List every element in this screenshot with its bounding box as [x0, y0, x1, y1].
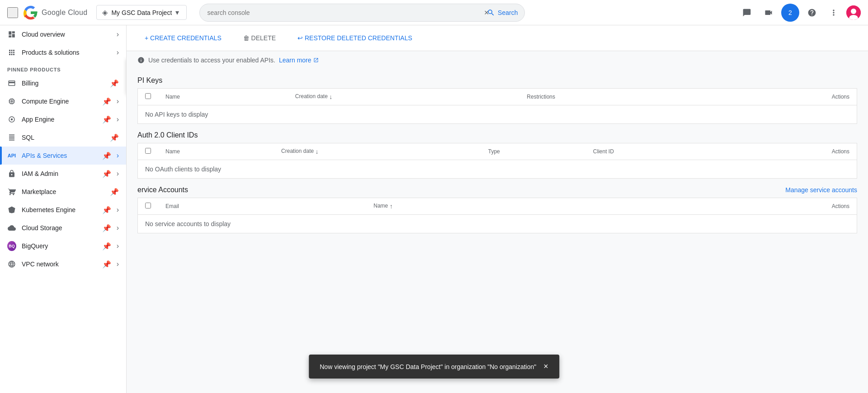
iam-admin-pin: 📌 — [102, 170, 111, 178]
kubernetes-engine-label: Kubernetes Engine — [22, 206, 97, 213]
api-keys-title: PI Keys — [137, 69, 857, 88]
learn-more-link[interactable]: Learn more — [279, 57, 319, 64]
sa-checkbox-all[interactable] — [145, 203, 151, 208]
kubernetes-icon — [7, 205, 16, 214]
sql-icon — [7, 133, 16, 142]
app-engine-pin: 📌 — [102, 115, 111, 124]
app-engine-icon — [7, 115, 16, 124]
apis-services-label: APIs & Services — [22, 152, 97, 159]
compute-engine-label: Compute Engine — [22, 98, 97, 105]
service-accounts-table: Email Name ↑ Actions No service accounts… — [137, 198, 857, 233]
restore-deleted-button[interactable]: ↩ RESTORE DELETED CREDENTIALS — [290, 31, 420, 45]
cloud-overview-label: Cloud overview — [22, 31, 111, 38]
manage-service-accounts-link[interactable]: Manage service accounts — [785, 186, 857, 194]
sa-empty-message: No service accounts to display — [138, 215, 857, 233]
project-selector[interactable]: ◈ My GSC Data Project ▾ — [96, 5, 187, 20]
cloud-storage-pin: 📌 — [102, 224, 111, 232]
svg-point-4 — [11, 118, 13, 121]
oauth-title: Auth 2.0 Client IDs — [137, 124, 857, 143]
delete-button[interactable]: 🗑 DELETE — [236, 31, 283, 45]
search-bar: × Search — [199, 4, 525, 22]
billing-label: Billing — [22, 80, 104, 87]
help-icon-button[interactable] — [803, 4, 821, 22]
bigquery-chevron: › — [117, 242, 119, 250]
more-icon-button[interactable] — [825, 4, 843, 22]
video-icon-button[interactable] — [760, 4, 778, 22]
apis-services-pin: 📌 — [102, 152, 111, 160]
sa-name-header[interactable]: Name ↑ — [366, 198, 616, 215]
api-keys-select-all[interactable] — [138, 89, 159, 105]
oauth-client-id-header: Client ID — [586, 143, 727, 160]
creation-date-sort-icon: ↓ — [329, 93, 332, 100]
search-input[interactable] — [199, 4, 525, 22]
sidebar-item-cloud-storage[interactable]: Cloud Storage 📌 › — [0, 219, 126, 237]
notification-badge[interactable]: 2 — [781, 4, 799, 22]
hamburger-button[interactable] — [7, 7, 18, 18]
sidebar-item-compute-engine[interactable]: Compute Engine 📌 › — [0, 92, 126, 110]
marketplace-pin: 📌 — [110, 188, 119, 196]
sql-label: SQL — [22, 134, 104, 141]
sa-name-sort-icon: ↑ — [390, 203, 393, 210]
sidebar-item-iam-admin[interactable]: IAM & Admin 📌 › — [0, 165, 126, 183]
oauth-header-row: Name Creation date ↓ Type Client ID Acti… — [138, 143, 857, 160]
sidebar-item-cloud-overview[interactable]: Cloud overview › — [0, 25, 126, 43]
billing-icon — [7, 79, 16, 88]
content-area: Use credentials to access your enabled A… — [127, 51, 868, 244]
external-link-icon — [313, 57, 319, 63]
avatar-icon — [846, 5, 861, 20]
kubernetes-engine-chevron: › — [117, 206, 119, 214]
api-keys-creation-date-header[interactable]: Creation date ↓ — [288, 89, 520, 105]
sidebar-item-apis-services[interactable]: API APIs & Services 📌 › — [0, 147, 126, 165]
sa-select-all[interactable] — [138, 198, 159, 215]
sidebar-item-app-engine[interactable]: App Engine 📌 › — [0, 110, 126, 128]
search-icon — [487, 9, 495, 17]
iam-admin-chevron: › — [117, 170, 119, 178]
info-banner: Use credentials to access your enabled A… — [137, 51, 857, 69]
compute-engine-icon — [7, 97, 16, 106]
search-button[interactable]: Search — [480, 4, 525, 22]
cloud-overview-icon — [7, 30, 16, 39]
chat-icon-button[interactable] — [738, 4, 756, 22]
help-icon — [807, 8, 816, 17]
oauth-creation-date-header[interactable]: Creation date ↓ — [274, 143, 481, 160]
info-text: Use credentials to access your enabled A… — [148, 57, 275, 64]
oauth-empty-message: No OAuth clients to display — [138, 160, 857, 179]
apis-services-icon: API — [7, 151, 16, 160]
sa-actions-header: Actions — [616, 198, 857, 215]
sidebar-item-billing[interactable]: Billing 📌 — [0, 74, 126, 92]
oauth-date-sort-icon: ↓ — [316, 148, 319, 155]
sql-pin: 📌 — [110, 133, 119, 142]
app-engine-label: App Engine — [22, 116, 97, 123]
api-keys-header-row: Name Creation date ↓ Restrictions Action… — [138, 89, 857, 105]
vpc-network-label: VPC network — [22, 260, 97, 268]
bigquery-pin: 📌 — [102, 242, 111, 251]
api-keys-checkbox-all[interactable] — [145, 93, 151, 99]
oauth-actions-header: Actions — [727, 143, 857, 160]
header-actions: 2 — [738, 4, 861, 22]
oauth-checkbox-all[interactable] — [145, 148, 151, 154]
vpc-network-pin: 📌 — [102, 260, 111, 269]
apis-services-chevron: › — [117, 152, 119, 160]
create-credentials-button[interactable]: + CREATE CREDENTIALS — [137, 31, 229, 45]
sidebar-item-bigquery[interactable]: BQ BigQuery 📌 › — [0, 237, 126, 255]
sidebar-item-sql[interactable]: SQL 📌 — [0, 128, 126, 147]
project-selector-icon: ◈ — [102, 8, 108, 17]
sidebar-item-vpc-network[interactable]: VPC network 📌 › — [0, 255, 126, 273]
sa-empty-row: No service accounts to display — [138, 215, 857, 233]
main-content: + CREATE CREDENTIALS 🗑 DELETE ↩ RESTORE … — [127, 25, 868, 393]
avatar[interactable] — [846, 5, 861, 20]
cloud-storage-label: Cloud Storage — [22, 224, 97, 232]
sidebar-item-products-solutions[interactable]: Products & solutions › — [0, 43, 126, 62]
project-name: My GSC Data Project — [111, 9, 172, 16]
service-accounts-header-row: Email Name ↑ Actions — [138, 198, 857, 215]
more-icon — [829, 8, 838, 17]
marketplace-label: Marketplace — [22, 188, 104, 195]
logo-area: Google Cloud — [24, 5, 87, 20]
sidebar-item-kubernetes-engine[interactable]: Kubernetes Engine 📌 › — [0, 201, 126, 219]
compute-engine-pin: 📌 — [102, 97, 111, 106]
sidebar-item-marketplace[interactable]: Marketplace 📌 — [0, 183, 126, 201]
toast-close-button[interactable]: × — [543, 362, 548, 371]
api-keys-empty-message: No API keys to display — [138, 105, 857, 124]
compute-engine-chevron: › — [117, 97, 119, 105]
oauth-select-all[interactable] — [138, 143, 159, 160]
